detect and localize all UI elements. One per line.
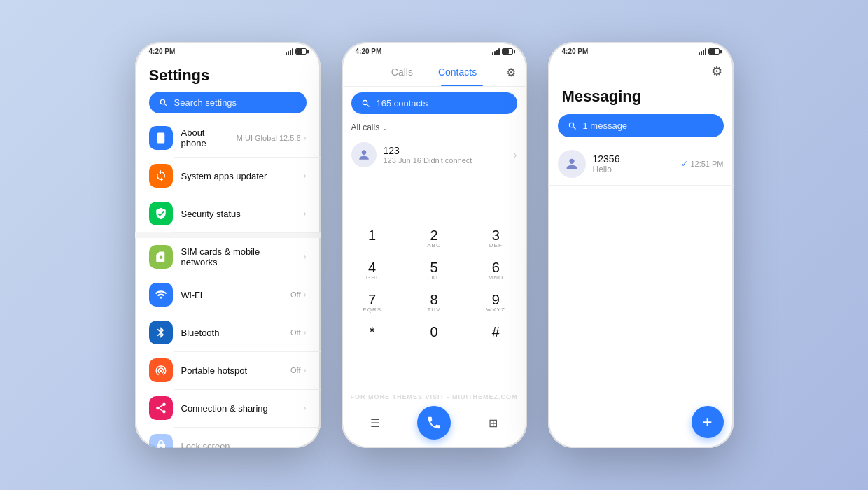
key-4-num: 4 (368, 260, 376, 274)
key-6-sub: MNO (488, 274, 503, 281)
tab-underline (441, 85, 483, 86)
compose-fab[interactable]: + (692, 406, 724, 438)
dialpad-grid: 1 2 ABC 3 DEF 4 GHI 5 JKL 6 MNO (342, 223, 527, 351)
key-5[interactable]: 5 JKL (403, 255, 465, 287)
settings-item-wifi[interactable]: Wi-Fi Off › (135, 276, 321, 314)
messaging-search-bar[interactable]: 1 message (558, 114, 724, 137)
connection-icon (149, 396, 173, 420)
key-6[interactable]: 6 MNO (465, 255, 526, 287)
nav-menu-icon[interactable]: ☰ (364, 412, 386, 434)
about-label: About phone (181, 127, 228, 148)
key-3[interactable]: 3 DEF (465, 223, 526, 255)
signal-icon-3 (699, 48, 706, 55)
search-placeholder: Search settings (174, 97, 237, 108)
settings-search-bar[interactable]: Search settings (149, 92, 307, 113)
settings-item-sim[interactable]: SIM cards & mobile networks › (135, 238, 321, 276)
key-6-num: 6 (492, 260, 500, 274)
bluetooth-text: Bluetooth (181, 328, 283, 338)
phone-messaging: 4:20 PM ⚙ Messaging 1 message (548, 42, 734, 448)
status-icons-2 (492, 48, 513, 55)
key-7[interactable]: 7 PQRS (342, 287, 403, 319)
key-5-num: 5 (430, 260, 438, 274)
nav-call-button[interactable] (417, 406, 451, 440)
contacts-search-bar[interactable]: 165 contacts (351, 92, 517, 114)
bluetooth-right: Off › (290, 328, 306, 337)
lock-icon (149, 434, 173, 448)
watermark: FOR MORE THEMES VISIT - MIUITHEMEZ.COM (351, 393, 518, 400)
call-avatar (351, 142, 377, 167)
key-2-sub: ABC (427, 242, 440, 249)
key-3-sub: DEF (489, 242, 503, 249)
contacts-search-icon (361, 99, 371, 108)
call-info: 123 123 Jun 16 Didn't connect (384, 145, 507, 164)
settings-item-lock[interactable]: Lock screen › (135, 427, 321, 448)
key-2-num: 2 (430, 228, 438, 242)
settings-header: Settings Search settings (135, 58, 321, 119)
key-9-num: 9 (492, 293, 500, 307)
connection-right: › (304, 403, 307, 413)
wifi-chevron: › (304, 290, 307, 300)
tab-contacts[interactable]: Contacts (433, 64, 482, 80)
settings-title: Settings (149, 66, 307, 85)
key-1[interactable]: 1 (342, 223, 403, 255)
msg-time-0: ✓ 12:51 PM (681, 159, 723, 169)
call-name: 123 (384, 145, 507, 156)
key-hash[interactable]: # (465, 319, 526, 351)
key-4-sub: GHI (366, 274, 378, 281)
sim-chevron: › (304, 252, 307, 262)
msg-search-icon (568, 121, 578, 131)
all-calls-arrow: ⌄ (382, 124, 388, 132)
connection-chevron: › (304, 403, 307, 413)
security-label: Security status (181, 209, 295, 219)
about-version: MIUI Global 12.5.6 (237, 134, 301, 142)
key-hash-num: # (492, 325, 500, 339)
bluetooth-chevron: › (304, 328, 307, 337)
settings-item-sysapps[interactable]: System apps updater › (135, 157, 321, 195)
connection-text: Connection & sharing (181, 403, 295, 414)
lock-right: › (304, 441, 307, 448)
tab-calls[interactable]: Calls (386, 64, 419, 80)
key-0[interactable]: 0 (403, 319, 465, 351)
security-chevron: › (304, 209, 307, 218)
wifi-label: Wi-Fi (181, 290, 283, 300)
sim-text: SIM cards & mobile networks (181, 246, 295, 267)
wifi-right: Off › (290, 290, 306, 300)
settings-item-security[interactable]: Security status › (135, 195, 321, 232)
messaging-gear-icon[interactable]: ⚙ (711, 64, 722, 79)
msg-checkmark: ✓ (681, 159, 688, 169)
time-2: 4:20 PM (356, 48, 382, 55)
signal-icon (286, 48, 293, 55)
key-9[interactable]: 9 WXYZ (465, 287, 526, 319)
settings-item-bluetooth[interactable]: Bluetooth Off › (135, 314, 321, 351)
settings-item-about[interactable]: About phone MIUI Global 12.5.6 › (135, 119, 321, 157)
time-3: 4:20 PM (562, 48, 589, 55)
status-bar-1: 4:20 PM (135, 42, 321, 58)
settings-item-hotspot[interactable]: Portable hotspot Off › (135, 351, 321, 389)
about-icon (149, 126, 173, 150)
phone-icon (426, 415, 442, 430)
sysapps-text: System apps updater (181, 171, 295, 181)
about-chevron: › (304, 133, 307, 143)
call-item[interactable]: 123 123 Jun 16 Didn't connect › (342, 135, 527, 174)
nav-dialpad-icon[interactable]: ⊞ (482, 412, 504, 434)
battery-icon-2 (502, 48, 513, 55)
status-icons-1 (286, 48, 307, 55)
message-item-0[interactable]: 12356 Hello ✓ 12:51 PM (548, 143, 734, 186)
calls-gear-icon[interactable]: ⚙ (506, 66, 516, 79)
hotspot-status: Off (290, 366, 300, 374)
phone-calls: 4:20 PM Calls Contacts ⚙ 165 contacts Al… (342, 42, 527, 448)
key-star[interactable]: * (342, 319, 403, 351)
key-4[interactable]: 4 GHI (342, 255, 403, 287)
key-2[interactable]: 2 ABC (403, 223, 465, 255)
key-9-sub: WXYZ (486, 307, 505, 314)
key-8[interactable]: 8 TUV (403, 287, 465, 319)
msg-info-0: 12356 Hello (593, 153, 675, 174)
key-0-num: 0 (430, 325, 438, 339)
messaging-title: Messaging (562, 88, 720, 106)
settings-item-connection[interactable]: Connection & sharing › (135, 389, 321, 427)
msg-timestamp: 12:51 PM (690, 160, 723, 168)
divider-1 (135, 232, 321, 238)
msg-name-0: 12356 (593, 153, 675, 164)
battery-icon (295, 48, 307, 55)
compose-plus-icon: + (702, 414, 712, 430)
